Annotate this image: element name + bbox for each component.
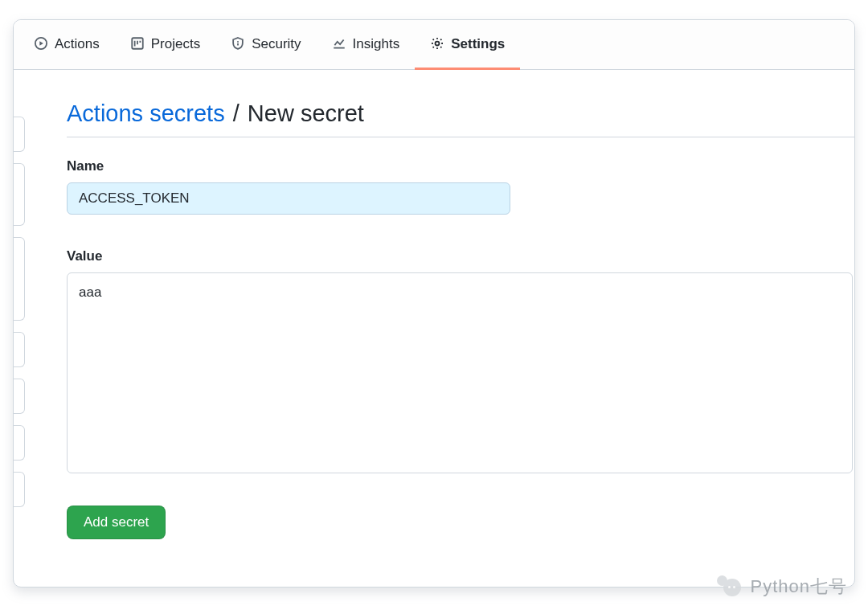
wechat-icon xyxy=(717,575,744,598)
form-group-value: Value xyxy=(67,248,854,477)
main-content: Actions secrets / New secret Name Value … xyxy=(67,100,854,539)
page-title: Actions secrets / New secret xyxy=(67,100,854,137)
form-group-name: Name xyxy=(67,158,854,215)
graph-icon xyxy=(332,36,346,51)
shield-icon xyxy=(231,36,245,51)
play-icon xyxy=(34,36,48,51)
breadcrumb-current: New secret xyxy=(248,100,364,126)
tab-label: Actions xyxy=(55,37,100,51)
tab-label: Projects xyxy=(151,37,200,51)
breadcrumb-separator: / xyxy=(231,100,241,126)
tab-label: Insights xyxy=(353,37,400,51)
app-frame: Actions Projects Security Insights Setti… xyxy=(13,19,855,587)
breadcrumb-parent-link[interactable]: Actions secrets xyxy=(67,100,225,126)
project-icon xyxy=(130,36,145,51)
watermark: Python七号 xyxy=(717,575,848,599)
repo-tabnav: Actions Projects Security Insights Setti… xyxy=(14,20,854,70)
tab-projects[interactable]: Projects xyxy=(115,20,215,70)
name-label: Name xyxy=(67,158,854,174)
watermark-text: Python七号 xyxy=(751,575,848,599)
value-label: Value xyxy=(67,248,854,264)
tab-security[interactable]: Security xyxy=(215,20,316,70)
sidebar-cropped xyxy=(14,117,25,563)
gear-icon xyxy=(430,36,444,51)
svg-point-2 xyxy=(237,41,239,43)
tab-insights[interactable]: Insights xyxy=(317,20,416,70)
tab-actions[interactable]: Actions xyxy=(18,20,115,70)
tab-label: Settings xyxy=(451,37,505,51)
tab-label: Security xyxy=(252,37,301,51)
svg-point-3 xyxy=(436,42,440,46)
secret-value-textarea[interactable] xyxy=(67,272,853,473)
secret-name-input[interactable] xyxy=(67,182,510,215)
tab-settings[interactable]: Settings xyxy=(415,20,520,70)
add-secret-button[interactable]: Add secret xyxy=(67,506,166,539)
